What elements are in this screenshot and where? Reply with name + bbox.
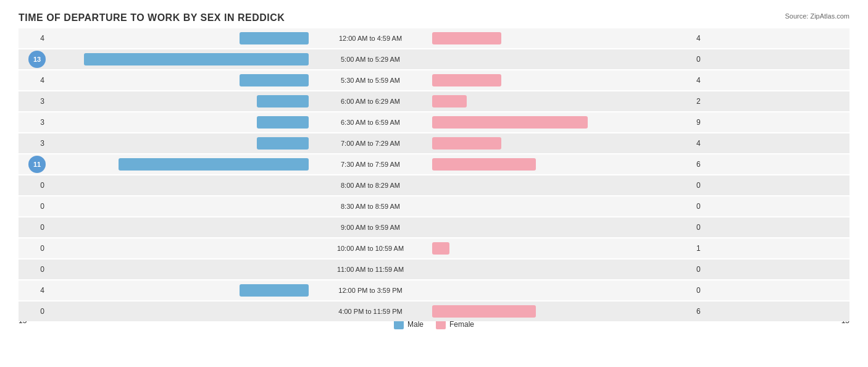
right-bar-area: [432, 95, 691, 108]
left-bar-area: [49, 158, 309, 171]
time-label: 5:30 AM to 5:59 AM: [309, 77, 432, 84]
male-bar: [84, 53, 309, 65]
legend-female-label: Female: [449, 320, 474, 329]
time-label: 7:00 AM to 7:29 AM: [309, 140, 432, 147]
male-bar: [119, 158, 309, 171]
time-label: 6:00 AM to 6:29 AM: [309, 98, 432, 105]
male-value: 4: [19, 76, 49, 85]
chart-title: TIME OF DEPARTURE TO WORK BY SEX IN REDD…: [19, 12, 849, 23]
time-label: 11:00 AM to 11:59 AM: [309, 266, 432, 273]
left-bar-area: [49, 53, 309, 65]
female-bar: [432, 95, 467, 108]
male-bar: [240, 74, 309, 86]
female-value: 0: [691, 202, 722, 211]
female-bar: [432, 305, 536, 318]
right-bar-area: [432, 116, 691, 129]
table-row: 3 7:00 AM to 7:29 AM 4: [19, 133, 849, 153]
female-value: 6: [691, 307, 722, 316]
male-value: 0: [19, 244, 49, 253]
table-row: 3 6:30 AM to 6:59 AM 9: [19, 112, 849, 132]
male-value: 3: [19, 97, 49, 106]
left-bar-area: [49, 116, 309, 129]
left-bar-area: [49, 242, 309, 255]
male-value: 0: [19, 307, 49, 316]
right-bar-area: [432, 263, 691, 276]
table-row: 0 11:00 AM to 11:59 AM 0: [19, 259, 849, 279]
female-value: 1: [691, 244, 722, 253]
time-label: 6:30 AM to 6:59 AM: [309, 119, 432, 126]
male-value: 0: [19, 181, 49, 190]
female-value: 0: [691, 181, 722, 190]
male-bar: [257, 95, 309, 108]
female-value: 0: [691, 223, 722, 232]
female-value: 4: [691, 76, 722, 85]
time-label: 12:00 PM to 3:59 PM: [309, 287, 432, 294]
right-bar-area: [432, 53, 691, 65]
female-bar: [432, 158, 536, 171]
time-label: 12:00 AM to 4:59 AM: [309, 35, 432, 42]
time-label: 8:30 AM to 8:59 AM: [309, 203, 432, 210]
female-bar: [432, 74, 501, 86]
female-value: 2: [691, 97, 722, 106]
left-bar-area: [49, 305, 309, 318]
left-bar-area: [49, 221, 309, 234]
female-value: 4: [691, 34, 722, 43]
male-bar: [257, 137, 309, 150]
left-bar-area: [49, 263, 309, 276]
female-bar: [432, 32, 501, 44]
right-bar-area: [432, 179, 691, 192]
right-bar-area: [432, 74, 691, 86]
legend-male-label: Male: [407, 320, 424, 329]
right-bar-area: [432, 137, 691, 150]
male-value: 11: [19, 156, 49, 173]
right-bar-area: [432, 284, 691, 297]
table-row: 3 6:00 AM to 6:29 AM 2: [19, 91, 849, 111]
left-bar-area: [49, 179, 309, 192]
female-value: 6: [691, 160, 722, 169]
table-row: 4 5:30 AM to 5:59 AM 4: [19, 70, 849, 90]
female-value: 4: [691, 139, 722, 148]
table-row: 0 8:30 AM to 8:59 AM 0: [19, 196, 849, 216]
male-value: 0: [19, 223, 49, 232]
female-value: 0: [691, 286, 722, 295]
male-value: 0: [19, 265, 49, 274]
male-bar: [257, 116, 309, 129]
time-label: 9:00 AM to 9:59 AM: [309, 224, 432, 231]
right-bar-area: [432, 32, 691, 44]
female-value: 0: [691, 265, 722, 274]
left-bar-area: [49, 74, 309, 86]
chart-container: TIME OF DEPARTURE TO WORK BY SEX IN REDD…: [0, 0, 868, 367]
left-bar-area: [49, 284, 309, 297]
male-bar: [240, 284, 309, 297]
time-label: 7:30 AM to 7:59 AM: [309, 161, 432, 168]
table-row: 0 10:00 AM to 10:59 AM 1: [19, 238, 849, 258]
right-bar-area: [432, 242, 691, 255]
male-value: 13: [19, 51, 49, 68]
table-row: 4 12:00 PM to 3:59 PM 0: [19, 281, 849, 300]
right-bar-area: [432, 221, 691, 234]
time-label: 10:00 AM to 10:59 AM: [309, 245, 432, 252]
female-bar: [432, 116, 588, 129]
female-bar: [432, 137, 501, 150]
left-bar-area: [49, 32, 309, 44]
table-row: 4 12:00 AM to 4:59 AM 4: [19, 28, 849, 48]
left-bar-area: [49, 137, 309, 150]
table-row: 11 7:30 AM to 7:59 AM 6: [19, 154, 849, 174]
left-bar-area: [49, 200, 309, 213]
table-row: 0 9:00 AM to 9:59 AM 0: [19, 217, 849, 237]
right-bar-area: [432, 200, 691, 213]
left-bar-area: [49, 95, 309, 108]
time-label: 4:00 PM to 11:59 PM: [309, 308, 432, 315]
male-value: 3: [19, 139, 49, 148]
right-bar-area: [432, 158, 691, 171]
male-bar: [240, 32, 309, 44]
chart-area: 4 12:00 AM to 4:59 AM 4 13 5:00 AM to 5:…: [19, 28, 849, 315]
male-value: 4: [19, 286, 49, 295]
right-bar-area: [432, 305, 691, 318]
male-value: 4: [19, 34, 49, 43]
time-label: 8:00 AM to 8:29 AM: [309, 182, 432, 189]
table-row: 0 8:00 AM to 8:29 AM 0: [19, 175, 849, 195]
female-value: 0: [691, 55, 722, 64]
table-row: 13 5:00 AM to 5:29 AM 0: [19, 49, 849, 69]
source-text: Source: ZipAtlas.com: [785, 12, 849, 20]
